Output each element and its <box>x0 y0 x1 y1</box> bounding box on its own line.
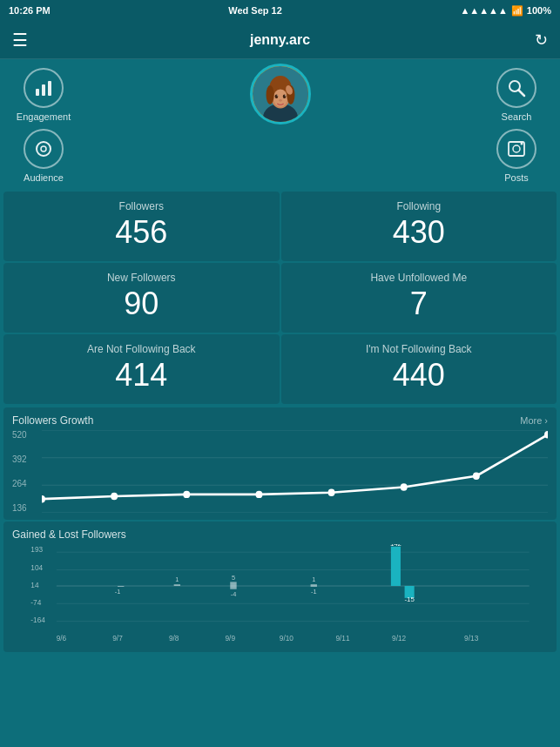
svg-point-21 <box>513 145 520 152</box>
svg-point-18 <box>37 142 51 156</box>
svg-rect-56 <box>311 586 317 587</box>
svg-text:9/10: 9/10 <box>280 634 294 643</box>
svg-text:-74: -74 <box>30 598 41 607</box>
svg-rect-2 <box>48 81 51 96</box>
search-label: Search <box>502 111 532 122</box>
svg-text:142: 142 <box>390 544 401 548</box>
svg-point-19 <box>41 146 46 151</box>
svg-point-12 <box>276 95 277 96</box>
status-date: Wed Sep 12 <box>228 5 282 16</box>
svg-text:9/8: 9/8 <box>169 634 179 643</box>
growth-y-labels: 520 392 264 136 <box>12 430 40 513</box>
refresh-button[interactable]: ↻ <box>535 30 548 50</box>
svg-text:-15: -15 <box>404 596 415 603</box>
svg-rect-52 <box>230 586 236 589</box>
svg-rect-49 <box>230 582 236 586</box>
not-following-back-value: 414 <box>17 357 266 394</box>
y-label-392: 392 <box>12 454 40 464</box>
followers-growth-chart: 520 392 264 136 <box>12 430 548 513</box>
svg-line-17 <box>519 91 525 97</box>
followers-card[interactable]: Followers 456 <box>3 192 280 261</box>
svg-point-13 <box>284 95 285 96</box>
svg-point-32 <box>401 483 408 490</box>
gained-lost-section: Gained & Lost Followers 193 104 14 -74 -… <box>3 522 557 652</box>
svg-text:9/12: 9/12 <box>392 634 407 643</box>
svg-point-27 <box>42 495 45 502</box>
svg-point-11 <box>282 94 286 98</box>
im-not-following-label: I'm Not Following Back <box>295 343 543 355</box>
posts-icon <box>496 129 536 169</box>
svg-text:1: 1 <box>175 575 179 583</box>
svg-point-8 <box>266 85 273 104</box>
unfollowed-card[interactable]: Have Unfollowed Me 7 <box>281 263 557 333</box>
audience-button[interactable]: Audience <box>17 129 70 183</box>
followers-growth-section: Followers Growth More › 520 392 264 136 <box>3 407 557 520</box>
signal-icon: ▲▲▲▲▲ <box>460 5 507 16</box>
svg-rect-1 <box>42 84 45 96</box>
search-icon <box>496 68 536 108</box>
y-label-264: 264 <box>12 479 40 488</box>
following-label: Following <box>295 200 543 212</box>
audience-icon <box>24 129 64 169</box>
audience-label: Audience <box>24 172 64 183</box>
svg-point-28 <box>111 493 118 500</box>
svg-rect-0 <box>36 89 39 96</box>
y-label-136: 136 <box>12 503 40 513</box>
followers-value: 456 <box>17 214 266 251</box>
status-right: ▲▲▲▲▲ 📶 100% <box>460 5 551 17</box>
nav-bar: ☰ jenny.arc ↻ <box>0 21 560 59</box>
gained-lost-chart: 193 104 14 -74 -164 -1 1 5 <box>12 544 548 649</box>
svg-text:-4: -4 <box>231 590 237 598</box>
svg-rect-45 <box>118 586 124 587</box>
svg-point-7 <box>273 90 287 107</box>
top-icon-row: Engagement <box>0 59 560 122</box>
menu-button[interactable]: ☰ <box>12 30 28 50</box>
followers-label: Followers <box>17 200 266 212</box>
svg-text:104: 104 <box>30 563 43 572</box>
svg-text:193: 193 <box>30 545 43 554</box>
profile-avatar-container <box>250 64 311 124</box>
search-button[interactable]: Search <box>490 68 543 122</box>
following-value: 430 <box>295 214 543 251</box>
svg-text:-1: -1 <box>311 588 317 596</box>
status-bar: 10:26 PM Wed Sep 12 ▲▲▲▲▲ 📶 100% <box>0 0 560 21</box>
posts-button[interactable]: Posts <box>490 129 543 183</box>
unfollowed-value: 7 <box>295 286 543 322</box>
im-not-following-card[interactable]: I'm Not Following Back 440 <box>281 334 557 404</box>
svg-point-33 <box>473 473 480 480</box>
svg-rect-57 <box>391 547 401 586</box>
not-following-back-card[interactable]: Are Not Following Back 414 <box>3 334 280 404</box>
followers-growth-more[interactable]: More › <box>520 415 548 426</box>
wifi-icon: 📶 <box>511 5 523 17</box>
svg-rect-47 <box>174 584 180 586</box>
svg-text:9/6: 9/6 <box>57 634 67 643</box>
growth-chart-area <box>42 430 548 513</box>
svg-text:9/11: 9/11 <box>335 634 350 643</box>
bar-chart-svg: 193 104 14 -74 -164 -1 1 5 <box>12 544 548 649</box>
posts-label: Posts <box>504 172 529 183</box>
svg-text:-164: -164 <box>30 616 45 624</box>
svg-text:9/13: 9/13 <box>464 634 479 643</box>
nav-title: jenny.arc <box>250 32 310 48</box>
stats-grid: Followers 456 Following 430 New Follower… <box>3 192 557 404</box>
svg-point-22 <box>521 143 523 145</box>
svg-text:14: 14 <box>30 581 39 589</box>
svg-point-14 <box>279 99 282 102</box>
svg-point-29 <box>183 491 190 498</box>
engagement-button[interactable]: Engagement <box>17 68 70 122</box>
new-followers-label: New Followers <box>17 272 266 284</box>
svg-point-30 <box>255 491 262 498</box>
status-time: 10:26 PM <box>9 5 51 16</box>
unfollowed-label: Have Unfollowed Me <box>295 272 543 284</box>
svg-point-31 <box>328 489 335 496</box>
new-followers-card[interactable]: New Followers 90 <box>3 263 280 333</box>
svg-text:9/9: 9/9 <box>225 634 235 643</box>
svg-text:1: 1 <box>312 575 315 583</box>
followers-growth-header: Followers Growth More › <box>12 414 548 427</box>
new-followers-value: 90 <box>17 286 266 322</box>
engagement-icon <box>24 68 64 108</box>
svg-rect-53 <box>311 584 317 586</box>
followers-growth-title: Followers Growth <box>12 414 93 427</box>
following-card[interactable]: Following 430 <box>281 192 557 261</box>
engagement-label: Engagement <box>17 111 71 122</box>
